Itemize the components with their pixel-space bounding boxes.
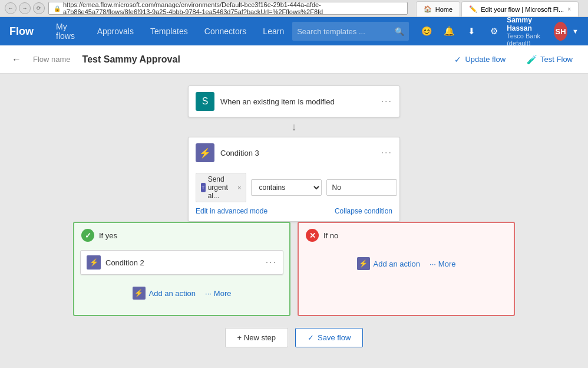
flow-bottom-actions: + New step ✓ Save flow xyxy=(225,328,364,347)
nav-approvals[interactable]: Approvals xyxy=(89,17,142,45)
browser-tabs: 🏠 Home ✏️ Edit your flow | Microsoft Fl.… xyxy=(411,0,583,17)
test-flow-label: Test Flow xyxy=(540,55,573,64)
emoji-button[interactable]: 😊 xyxy=(416,21,437,42)
url-text: https://emea.flow.microsoft.com/manage/e… xyxy=(63,1,402,15)
download-button[interactable]: ⬇ xyxy=(461,21,482,42)
sub-condition2-header: ⚡ Condition 2 ··· xyxy=(81,251,283,274)
browser-url-bar[interactable]: 🔒 https://emea.flow.microsoft.com/manage… xyxy=(48,2,408,15)
branch-yes-icon: ✓ xyxy=(81,229,94,242)
branch-no-header: ✕ If no xyxy=(299,223,514,248)
nav-user-info: Sammy Hassan Tesco Bank (default) xyxy=(507,16,549,47)
condition-tag-label: Send urgent al... xyxy=(208,175,233,200)
lock-icon: 🔒 xyxy=(54,5,61,12)
search-icon: 🔍 xyxy=(395,27,404,36)
condition-operator-select[interactable]: contains does not contain equals does no… xyxy=(251,179,322,196)
beaker-icon: 🧪 xyxy=(527,55,537,64)
condition3-node: ⚡ Condition 3 ··· T Send urgent al... × … xyxy=(188,137,400,222)
condition-tag: T Send urgent al... × xyxy=(196,173,246,202)
app-logo[interactable]: Flow xyxy=(9,25,43,38)
nav-learn[interactable]: Learn xyxy=(255,17,292,45)
edit-advanced-link[interactable]: Edit in advanced mode xyxy=(196,207,267,215)
condition-value-input[interactable] xyxy=(326,179,397,196)
save-flow-button[interactable]: ✓ Save flow xyxy=(295,328,363,347)
condition3-title: Condition 3 xyxy=(220,149,375,157)
browser-chrome: ← → ⟳ 🔒 https://emea.flow.microsoft.com/… xyxy=(0,0,588,17)
no-add-action-icon: ⚡ xyxy=(357,257,370,270)
new-step-button[interactable]: + New step xyxy=(225,328,288,347)
connector-arrow-1: ↓ xyxy=(292,117,297,137)
branch-yes-more-button[interactable]: ··· More xyxy=(205,289,231,298)
branch-yes-more-label: More xyxy=(214,289,232,298)
sharepoint-icon: S xyxy=(196,92,214,111)
nav-connectors[interactable]: Connectors xyxy=(196,17,255,45)
nav-icons: 😊 🔔 ⬇ ⚙ xyxy=(416,21,504,42)
tab-home-favicon: 🏠 xyxy=(424,5,432,13)
browser-titlebar: ← → ⟳ 🔒 https://emea.flow.microsoft.com/… xyxy=(0,0,588,17)
toolbar-actions: ✓ Update flow 🧪 Test Flow xyxy=(448,51,579,68)
sub-condition2-title: Condition 2 xyxy=(105,258,261,267)
branch-no-more-button[interactable]: ··· More xyxy=(430,259,455,268)
trigger-menu-icon[interactable]: ··· xyxy=(381,96,392,107)
condition-tag-remove-icon[interactable]: × xyxy=(237,184,241,191)
branch-no-more-label: More xyxy=(438,259,456,268)
save-flow-label: Save flow xyxy=(318,333,351,342)
nav-my-flows[interactable]: My flows xyxy=(48,17,89,45)
tab-flow-favicon: ✏️ xyxy=(469,5,477,13)
branch-yes: ✓ If yes ⚡ Condition 2 ··· ⚡ Add an acti… xyxy=(73,222,290,316)
trigger-title: When an existing item is modified xyxy=(220,97,375,106)
condition-icon: ⚡ xyxy=(196,143,214,162)
condition3-header: ⚡ Condition 3 ··· xyxy=(189,137,399,168)
branch-no-add-action-row: ⚡ Add an action ··· More xyxy=(299,248,514,276)
collapse-condition-link[interactable]: Collapse condition xyxy=(335,207,392,215)
branch-yes-header: ✓ If yes xyxy=(74,223,289,248)
trigger-node-header: S When an existing item is modified ··· xyxy=(189,86,399,117)
sub-condition-icon: ⚡ xyxy=(87,255,101,270)
browser-addressbar: 🔒 https://emea.flow.microsoft.com/manage… xyxy=(48,2,408,15)
nav-search[interactable]: 🔍 xyxy=(292,22,409,41)
flow-name-label: Flow name xyxy=(33,55,71,64)
nav-user[interactable]: Sammy Hassan Tesco Bank (default) SH ▼ xyxy=(507,16,579,47)
condition-links: Edit in advanced mode Collapse condition xyxy=(196,207,392,215)
trigger-node: S When an existing item is modified ··· xyxy=(188,86,400,117)
tab-home-label: Home xyxy=(435,6,452,13)
back-button[interactable]: ← xyxy=(5,2,16,14)
branch-no-add-action-button[interactable]: ⚡ Add an action xyxy=(357,257,421,270)
condition3-body: T Send urgent al... × contains does not … xyxy=(189,168,399,221)
checkmark-icon: ✓ xyxy=(454,55,461,64)
user-avatar: SH xyxy=(554,22,567,41)
user-name: Sammy Hassan xyxy=(507,16,549,32)
nav-templates[interactable]: Templates xyxy=(142,17,196,45)
add-action-icon: ⚡ xyxy=(133,287,146,300)
update-flow-button[interactable]: ✓ Update flow xyxy=(448,51,511,68)
sub-condition2-node: ⚡ Condition 2 ··· xyxy=(80,250,283,275)
browser-tab-home[interactable]: 🏠 Home xyxy=(416,1,460,17)
reload-button[interactable]: ⟳ xyxy=(33,2,45,14)
flow-toolbar: ← Flow name Test Sammy Approval ✓ Update… xyxy=(0,45,588,74)
branch-yes-title: If yes xyxy=(99,231,117,240)
branch-yes-add-action-label: Add an action xyxy=(149,289,196,298)
settings-button[interactable]: ⚙ xyxy=(483,21,504,42)
forward-button[interactable]: → xyxy=(19,2,31,14)
save-checkmark-icon: ✓ xyxy=(308,333,314,342)
back-button[interactable]: ← xyxy=(9,52,24,67)
branch-no-title: If no xyxy=(323,231,338,240)
user-chevron-icon: ▼ xyxy=(572,28,579,35)
browser-tab-flow[interactable]: ✏️ Edit your flow | Microsoft Fl... × xyxy=(461,1,579,17)
condition3-row: T Send urgent al... × contains does not … xyxy=(196,173,392,202)
flow-canvas: S When an existing item is modified ··· … xyxy=(0,74,588,347)
branches-container: ✓ If yes ⚡ Condition 2 ··· ⚡ Add an acti… xyxy=(73,222,515,316)
tab-close-icon[interactable]: × xyxy=(567,6,571,12)
bell-button[interactable]: 🔔 xyxy=(438,21,460,42)
branch-yes-add-action-row: ⚡ Add an action ··· More xyxy=(74,277,289,305)
app-navbar: Flow My flows Approvals Templates Connec… xyxy=(0,17,588,45)
search-input[interactable] xyxy=(297,27,391,36)
more-dots-icon: ··· xyxy=(205,289,212,298)
condition3-menu-icon[interactable]: ··· xyxy=(381,147,392,158)
browser-controls: ← → ⟳ xyxy=(5,2,45,14)
branch-no: ✕ If no ⚡ Add an action ··· More xyxy=(298,222,515,316)
branch-no-add-action-label: Add an action xyxy=(374,259,421,268)
sub-condition2-menu-icon[interactable]: ··· xyxy=(266,257,277,268)
test-flow-button[interactable]: 🧪 Test Flow xyxy=(521,51,579,68)
branch-yes-add-action-button[interactable]: ⚡ Add an action xyxy=(133,287,196,300)
flow-title: Test Sammy Approval xyxy=(82,54,180,65)
